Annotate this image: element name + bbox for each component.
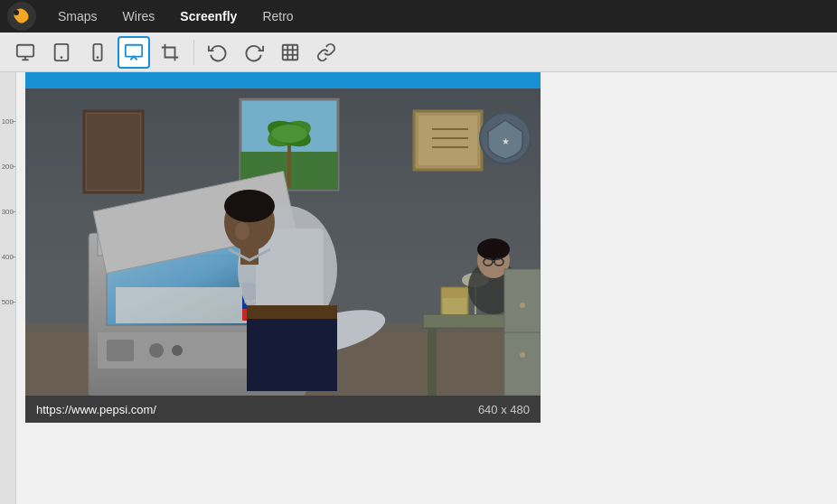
tablet-tool-button[interactable]	[45, 36, 78, 69]
nav-retro[interactable]: Retro	[249, 4, 306, 29]
toolbar	[0, 33, 837, 72]
ruler-tick-100: 100	[0, 117, 15, 126]
svg-rect-2	[17, 44, 33, 56]
phone-tool-button[interactable]	[81, 36, 114, 69]
screen-top-bar	[25, 72, 541, 89]
toolbar-separator-1	[193, 40, 194, 65]
crop-tool-button[interactable]	[154, 36, 186, 69]
dimensions-display: 640 x 480	[478, 403, 530, 416]
url-display: https://www.pepsi.com/	[36, 403, 156, 416]
main-area: 100 200 300 400 500	[0, 72, 837, 504]
url-bar: https://www.pepsi.com/ 640 x 480	[25, 396, 541, 423]
ruler-tick-200: 200	[0, 163, 15, 171]
right-panel	[566, 72, 837, 504]
ruler-tick-400: 400	[0, 253, 15, 261]
nav-smaps[interactable]: Smaps	[45, 4, 110, 29]
svg-rect-72	[25, 89, 541, 396]
ruler-left: 100 200 300 400 500	[0, 72, 16, 504]
svg-rect-10	[283, 44, 298, 60]
svg-point-1	[14, 10, 19, 15]
monitor-tool-button[interactable]	[118, 36, 150, 69]
screen-frame: ★ PEPSI	[25, 72, 541, 423]
navbar: Smaps Wires Screenfly Retro	[0, 0, 837, 33]
desktop-tool-button[interactable]	[9, 36, 42, 69]
screenshot-preview: ★ PEPSI	[25, 89, 541, 396]
svg-rect-9	[126, 44, 142, 56]
app-logo	[7, 2, 36, 31]
link-button[interactable]	[310, 36, 343, 69]
resize-button[interactable]	[274, 36, 306, 69]
rotate-button[interactable]	[238, 36, 270, 69]
nav-screenfly[interactable]: Screenfly	[167, 4, 249, 29]
refresh-button[interactable]	[202, 36, 234, 69]
ruler-tick-500: 500	[0, 298, 15, 306]
ruler-tick-300: 300	[0, 208, 15, 216]
nav-wires[interactable]: Wires	[110, 4, 168, 29]
canvas-area: ★ PEPSI	[16, 72, 566, 504]
